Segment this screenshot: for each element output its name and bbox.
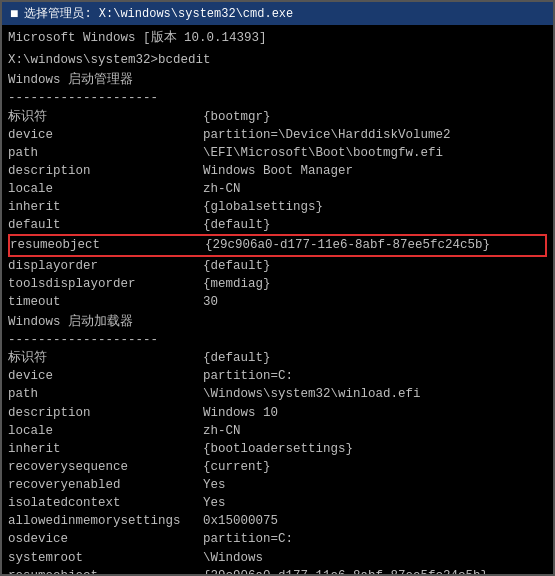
- row-key: path: [8, 385, 203, 403]
- row-value: \Windows\system32\winload.efi: [203, 385, 421, 403]
- table-row: isolatedcontextYes: [8, 494, 547, 512]
- row-key: inherit: [8, 198, 203, 216]
- row-value: {current}: [203, 458, 271, 476]
- console-area[interactable]: Microsoft Windows [版本 10.0.14393]X:\wind…: [2, 25, 553, 574]
- table-row: inherit{bootloadersettings}: [8, 440, 547, 458]
- row-value: {29c906a0-d177-11e6-8abf-87ee5fc24c5b}: [203, 567, 488, 574]
- title-bar: ■ 选择管理员: X:\windows\system32\cmd.exe: [2, 2, 553, 25]
- resumeobject-value: {29c906a0-d177-11e6-8abf-87ee5fc24c5b}: [205, 236, 490, 254]
- row-value: \Windows: [203, 549, 263, 567]
- row-value: {default}: [203, 349, 271, 367]
- table-row: devicepartition=\Device\HarddiskVolume2: [8, 126, 547, 144]
- table-row: timeout30: [8, 293, 547, 311]
- row-key: device: [8, 126, 203, 144]
- row-value: {memdiag}: [203, 275, 271, 293]
- row-value: Windows 10: [203, 404, 278, 422]
- row-key: isolatedcontext: [8, 494, 203, 512]
- table-row: inherit{globalsettings}: [8, 198, 547, 216]
- row-value: partition=C:: [203, 530, 293, 548]
- row-key: resumeobject: [8, 567, 203, 574]
- row-value: partition=C:: [203, 367, 293, 385]
- row-key: recoveryenabled: [8, 476, 203, 494]
- row-value: {bootmgr}: [203, 108, 271, 126]
- table-row: path\Windows\system32\winload.efi: [8, 385, 547, 403]
- row-key: default: [8, 216, 203, 234]
- table-row: descriptionWindows Boot Manager: [8, 162, 547, 180]
- row-value: partition=\Device\HarddiskVolume2: [203, 126, 451, 144]
- row-key: osdevice: [8, 530, 203, 548]
- row-value: {default}: [203, 257, 271, 275]
- row-key: timeout: [8, 293, 203, 311]
- table-row: path\EFI\Microsoft\Boot\bootmgfw.efi: [8, 144, 547, 162]
- row-key: inherit: [8, 440, 203, 458]
- row-value: Yes: [203, 494, 226, 512]
- table-row: localezh-CN: [8, 422, 547, 440]
- row-value: {default}: [203, 216, 271, 234]
- row-value: zh-CN: [203, 422, 241, 440]
- resumeobject-key: resumeobject: [10, 236, 205, 254]
- table-row: devicepartition=C:: [8, 367, 547, 385]
- row-key: systemroot: [8, 549, 203, 567]
- row-value: {globalsettings}: [203, 198, 323, 216]
- row-key: path: [8, 144, 203, 162]
- row-value: \EFI\Microsoft\Boot\bootmgfw.efi: [203, 144, 443, 162]
- row-key: description: [8, 404, 203, 422]
- row-key: displayorder: [8, 257, 203, 275]
- row-key: description: [8, 162, 203, 180]
- table-row: recoveryenabledYes: [8, 476, 547, 494]
- row-key: 标识符: [8, 349, 203, 367]
- row-value: Yes: [203, 476, 226, 494]
- cmd-window: ■ 选择管理员: X:\windows\system32\cmd.exe Mic…: [0, 0, 555, 576]
- table-row: resumeobject{29c906a0-d177-11e6-8abf-87e…: [8, 567, 547, 574]
- row-key: locale: [8, 422, 203, 440]
- row-key: recoverysequence: [8, 458, 203, 476]
- table-row: systemroot\Windows: [8, 549, 547, 567]
- table-row: localezh-CN: [8, 180, 547, 198]
- row-key: allowedinmemorysettings: [8, 512, 203, 530]
- table-row: descriptionWindows 10: [8, 404, 547, 422]
- row-key: toolsdisplayorder: [8, 275, 203, 293]
- table-row: toolsdisplayorder{memdiag}: [8, 275, 547, 293]
- row-key: locale: [8, 180, 203, 198]
- title-bar-text: 选择管理员: X:\windows\system32\cmd.exe: [24, 5, 293, 22]
- table-row: recoverysequence{current}: [8, 458, 547, 476]
- row-value: zh-CN: [203, 180, 241, 198]
- row-value: 0x15000075: [203, 512, 278, 530]
- table-row: displayorder{default}: [8, 257, 547, 275]
- table-row: default{default}: [8, 216, 547, 234]
- row-value: 30: [203, 293, 218, 311]
- row-value: Windows Boot Manager: [203, 162, 353, 180]
- highlight-row: resumeobject{29c906a0-d177-11e6-8abf-87e…: [8, 234, 547, 256]
- table-row: 标识符{bootmgr}: [8, 108, 547, 126]
- table-row: osdevicepartition=C:: [8, 530, 547, 548]
- table-row: 标识符{default}: [8, 349, 547, 367]
- row-value: {bootloadersettings}: [203, 440, 353, 458]
- table-row: allowedinmemorysettings0x15000075: [8, 512, 547, 530]
- cmd-icon: ■: [10, 6, 18, 22]
- row-key: 标识符: [8, 108, 203, 126]
- row-key: device: [8, 367, 203, 385]
